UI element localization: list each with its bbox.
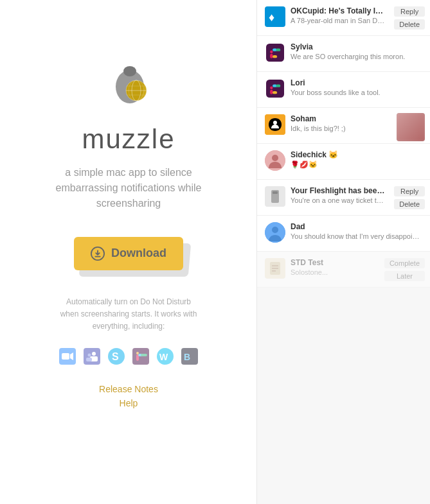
std-test-actions: Complete Later [384, 258, 425, 281]
app-tagline: a simple mac app to silence embarrassing… [45, 165, 212, 211]
svg-text:♦: ♦ [269, 11, 274, 24]
okcupid-body: OKCupid: He's Totally Into You! A 78-yea… [291, 6, 385, 24]
okcupid-reply-button[interactable]: Reply [394, 6, 425, 17]
std-test-title: STD Test [291, 258, 385, 267]
okcupid-title: OKCupid: He's Totally Into You! [291, 6, 385, 15]
sidechick-title: Sidechick 🐱 [291, 150, 422, 159]
fleshlight-body: Your Fleshlight has been ship... You're … [291, 186, 385, 204]
notification-sylvia: Sylvia We are SO overcharging this moron… [257, 36, 430, 72]
app-name: muzzle [82, 124, 175, 155]
svg-rect-24 [141, 354, 147, 356]
sidechick-avatar [265, 150, 285, 171]
notification-soham: Soham Idk, is this big?! ;) [257, 108, 430, 144]
std-test-complete-button[interactable]: Complete [384, 258, 425, 268]
help-link[interactable]: Help [120, 398, 138, 408]
download-button[interactable]: Download [74, 237, 183, 270]
std-test-avatar [265, 258, 285, 279]
lori-body: Lori Your boss sounds like a tool. [291, 78, 422, 96]
webex-icon: W [157, 348, 174, 365]
std-test-later-button[interactable]: Later [384, 271, 425, 281]
sidechick-body: Sidechick 🐱 🌹💋🐱 [291, 150, 422, 169]
svg-point-1 [123, 66, 136, 76]
svg-rect-40 [270, 87, 273, 89]
notification-dad: Dad You should know that I'm very disapp… [257, 216, 430, 252]
app-icons-row: S W B [59, 348, 198, 365]
svg-text:W: W [159, 352, 168, 362]
svg-rect-43 [273, 91, 277, 94]
release-notes-link[interactable]: Release Notes [99, 384, 158, 394]
notification-std-test: STD Test Solostone... Complete Later [257, 252, 430, 288]
dad-avatar [265, 222, 285, 243]
lori-message: Your boss sounds like a tool. [291, 89, 422, 96]
dad-body: Dad You should know that I'm very disapp… [291, 222, 422, 240]
fleshlight-actions: Reply Delete [394, 186, 425, 209]
download-label: Download [111, 247, 166, 260]
std-test-message: Solostone... [291, 268, 385, 276]
svg-rect-33 [270, 54, 273, 58]
download-wrapper: Download [74, 237, 183, 270]
svg-point-17 [88, 354, 91, 357]
soham-image [397, 113, 425, 141]
fleshlight-message: You're on a one way ticket to pleasu... [291, 196, 385, 204]
svg-point-45 [273, 121, 277, 125]
notification-fleshlight: Your Fleshlight has been ship... You're … [257, 180, 430, 216]
slack-icon-app [132, 348, 149, 365]
lori-avatar [265, 78, 285, 99]
skype-icon: S [108, 348, 125, 365]
notification-okcupid: ♦ OKCupid: He's Totally Into You! A 78-y… [257, 0, 430, 36]
sylvia-body: Sylvia We are SO overcharging this moron… [291, 42, 422, 60]
main-content: muzzle a simple mac app to silence embar… [0, 0, 257, 504]
svg-text:S: S [112, 351, 119, 362]
lori-title: Lori [291, 78, 422, 87]
soham-body: Soham Idk, is this big?! ;) [291, 114, 397, 132]
svg-rect-50 [273, 191, 278, 194]
svg-point-15 [92, 352, 96, 356]
std-test-body: STD Test Solostone... [291, 258, 385, 276]
dad-title: Dad [291, 222, 422, 231]
svg-point-52 [272, 227, 278, 233]
svg-rect-39 [270, 90, 273, 94]
svg-rect-38 [266, 80, 284, 98]
footer-links: Release Notes Help [99, 384, 158, 408]
svg-rect-18 [86, 358, 92, 361]
svg-rect-12 [62, 353, 69, 360]
svg-rect-42 [276, 84, 280, 87]
notification-lori: Lori Your boss sounds like a tool. [257, 72, 430, 108]
compat-text: Automatically turn on Do Not Disturb whe… [58, 296, 199, 333]
okcupid-actions: Reply Delete [394, 6, 425, 30]
download-icon [91, 247, 105, 261]
svg-point-47 [272, 155, 278, 161]
soham-avatar [265, 114, 285, 135]
soham-message: Idk, is this big?! ;) [291, 125, 397, 132]
zoom-icon [59, 348, 76, 365]
fleshlight-title: Your Fleshlight has been ship... [291, 186, 385, 195]
fleshlight-avatar [265, 186, 285, 207]
okcupid-delete-button[interactable]: Delete [394, 19, 425, 30]
svg-rect-36 [276, 48, 280, 51]
soham-title: Soham [291, 114, 397, 123]
okcupid-avatar: ♦ [265, 6, 285, 27]
svg-rect-34 [270, 51, 273, 53]
sylvia-avatar [265, 42, 285, 63]
dad-message: You should know that I'm very disappoint… [291, 232, 422, 240]
svg-rect-32 [266, 44, 284, 62]
sylvia-message: We are SO overcharging this moron. [291, 53, 422, 60]
okcupid-message: A 78-year-old man in San Diego like... [291, 17, 385, 24]
svg-rect-25 [136, 352, 139, 354]
svg-rect-37 [273, 55, 277, 58]
app-logo [103, 57, 154, 111]
fleshlight-delete-button[interactable]: Delete [394, 199, 425, 209]
notifications-panel: ♦ OKCupid: He's Totally Into You! A 78-y… [256, 0, 430, 504]
fleshlight-reply-button[interactable]: Reply [394, 186, 425, 196]
sylvia-title: Sylvia [291, 42, 422, 51]
teams-icon [84, 348, 100, 365]
svg-text:B: B [184, 352, 190, 362]
beam-icon: B [181, 348, 198, 365]
notification-sidechick: Sidechick 🐱 🌹💋🐱 [257, 144, 430, 180]
sidechick-message: 🌹💋🐱 [291, 161, 422, 169]
